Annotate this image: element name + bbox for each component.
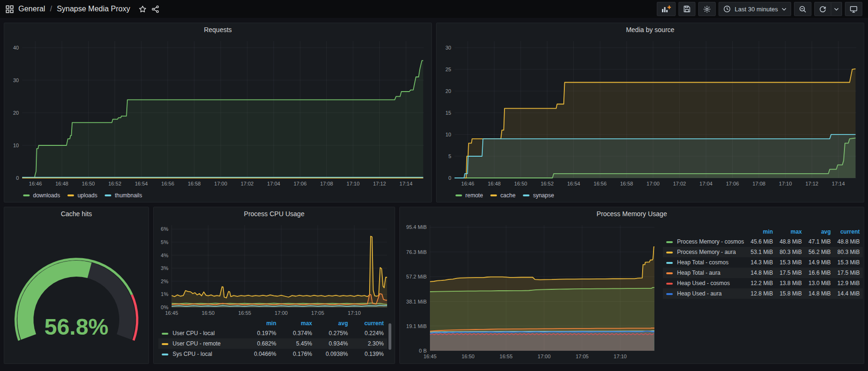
media-chart[interactable]: 16:4616:4816:5016:5216:5416:5616:5817:00… (440, 36, 860, 188)
panel-title[interactable]: Cache hits (4, 207, 149, 220)
series-color-swatch (666, 272, 673, 274)
legend-row[interactable]: Process Memory - aura53.1 MiB80.3 MiB56.… (663, 247, 863, 257)
save-dashboard-button[interactable] (678, 2, 695, 16)
svg-text:0: 0 (16, 175, 19, 181)
cache-hits-gauge[interactable]: 56.8% (4, 220, 149, 362)
legend-col-max[interactable]: max (776, 227, 805, 236)
cycle-view-mode-button[interactable] (845, 2, 862, 16)
legend-row[interactable]: User CPU - remote0.682%5.45%0.934%2.30% (158, 338, 387, 349)
dashboard-title[interactable]: Synapse Media Proxy (57, 5, 130, 13)
svg-text:16:48: 16:48 (55, 181, 68, 186)
svg-text:17:12: 17:12 (373, 181, 386, 186)
svg-text:16:50: 16:50 (202, 310, 215, 316)
timeseries-svg[interactable]: 16:4516:5016:5517:0017:0517:100 B19.1 Mi… (404, 220, 658, 361)
svg-text:17:12: 17:12 (805, 181, 818, 186)
series-name: Process Memory - aura (677, 249, 736, 255)
requests-chart[interactable]: 16:4616:4816:5016:5216:5416:5616:5817:00… (8, 36, 428, 188)
refresh-button[interactable] (814, 2, 831, 16)
legend-value: 17.5 MiB (776, 268, 805, 278)
legend-item[interactable]: thumbnails (105, 192, 142, 199)
chevron-down-icon (834, 8, 839, 11)
cpu-legend-table: minmaxavgcurrentUser CPU - local0.197%0.… (158, 319, 387, 359)
breadcrumb-folder[interactable]: General (18, 5, 45, 13)
svg-text:25: 25 (446, 67, 451, 72)
panel-title[interactable]: Media by source (437, 23, 864, 36)
legend-row[interactable]: Heap Used - cosmos12.2 MiB13.8 MiB13.0 M… (663, 278, 863, 288)
refresh-interval-dropdown[interactable] (831, 2, 842, 16)
legend-item[interactable]: synapse (523, 192, 554, 199)
svg-text:16:45: 16:45 (165, 310, 178, 316)
svg-text:16:52: 16:52 (108, 181, 122, 186)
svg-text:17:10: 17:10 (348, 310, 361, 316)
svg-text:20: 20 (13, 110, 19, 116)
legend-value: 0.374% (280, 328, 315, 338)
panel-title[interactable]: Requests (4, 23, 431, 36)
series-name: downloads (33, 192, 60, 199)
share-icon[interactable] (151, 5, 159, 13)
svg-text:17:14: 17:14 (832, 181, 845, 186)
svg-text:40: 40 (13, 45, 19, 51)
svg-text:17:08: 17:08 (752, 181, 766, 186)
legend-scrollbar[interactable] (389, 323, 391, 350)
time-range-picker[interactable]: Last 30 minutes (719, 2, 791, 16)
series-name: Sys CPU - local (173, 351, 212, 357)
legend-col-current[interactable]: current (834, 227, 863, 236)
svg-text:2%: 2% (161, 278, 168, 284)
clock-icon (723, 5, 731, 13)
legend-value: 56.2 MiB (805, 247, 834, 257)
legend-col-max[interactable]: max (280, 319, 315, 328)
gauge-value: 56.8% (44, 314, 108, 339)
chevron-down-icon (782, 8, 786, 11)
legend-value: 14.8 MiB (747, 268, 776, 278)
breadcrumb: General / Synapse Media Proxy (6, 5, 159, 13)
legend-value: 80.3 MiB (834, 247, 863, 257)
timeseries-svg[interactable]: 16:4616:4816:5016:5216:5416:5616:5817:00… (8, 36, 428, 188)
legend-col-min[interactable]: min (747, 227, 776, 236)
svg-text:16:50: 16:50 (82, 181, 95, 186)
zoom-out-time-button[interactable] (794, 2, 811, 16)
svg-text:17:04: 17:04 (267, 181, 281, 186)
legend-row[interactable]: Process Memory - cosmos45.6 MiB48.8 MiB4… (663, 236, 863, 247)
legend-value: 14.8 MiB (805, 288, 834, 299)
legend-value: 15.3 MiB (776, 257, 805, 268)
legend-value: 13.8 MiB (776, 278, 805, 288)
panel-requests: Requests 16:4616:4816:5016:5216:5416:561… (4, 23, 432, 202)
series-name: cache (500, 192, 515, 199)
panel-title[interactable]: Process CPU Usage (154, 207, 395, 220)
legend-row[interactable]: Heap Total - cosmos14.3 MiB15.3 MiB14.9 … (663, 257, 863, 268)
grafana-dashboard: General / Synapse Media Proxy Last 30 m (0, 0, 868, 371)
legend-item[interactable]: uploads (67, 192, 97, 199)
cpu-chart[interactable]: 16:4516:5016:5517:0017:0517:100%1%2%3%4%… (157, 220, 391, 318)
legend-item[interactable]: cache (490, 192, 515, 199)
timeseries-svg[interactable]: 16:4616:4816:5016:5216:5416:5616:5817:00… (440, 36, 860, 188)
legend-row[interactable]: User CPU - local0.197%0.374%0.275%0.224% (158, 328, 387, 338)
timeseries-svg[interactable]: 16:4516:5016:5517:0017:0517:100%1%2%3%4%… (157, 220, 391, 318)
legend-col-min[interactable]: min (244, 319, 280, 328)
series-name: uploads (77, 192, 97, 199)
add-panel-button[interactable] (657, 2, 676, 16)
panel-title[interactable]: Process Memory Usage (400, 207, 864, 220)
memory-chart[interactable]: 16:4516:5016:5517:0017:0517:100 B19.1 Mi… (404, 220, 658, 361)
svg-text:16:54: 16:54 (567, 181, 580, 186)
legend-row[interactable]: Sys CPU - local0.0466%0.176%0.0938%0.139… (158, 349, 387, 359)
gauge-svg[interactable]: 56.8% (4, 220, 149, 362)
svg-text:16:45: 16:45 (423, 354, 437, 359)
legend-row[interactable]: Heap Used - aura12.8 MiB15.8 MiB14.8 MiB… (663, 288, 863, 299)
legend-value: 0.934% (315, 338, 351, 349)
svg-text:20: 20 (446, 88, 451, 94)
dashboard-settings-button[interactable] (698, 2, 716, 16)
legend-col-avg[interactable]: avg (805, 227, 834, 236)
toolbar: Last 30 minutes (657, 2, 862, 16)
legend-col-current[interactable]: current (351, 319, 387, 328)
series-name: Heap Used - cosmos (677, 280, 730, 287)
legend-value: 14.9 MiB (805, 257, 834, 268)
dashboards-grid-icon[interactable] (6, 5, 14, 13)
legend-item[interactable]: downloads (23, 192, 60, 199)
legend-row[interactable]: Heap Total - aura14.8 MiB17.5 MiB16.6 Mi… (663, 268, 863, 278)
svg-text:15: 15 (446, 110, 451, 116)
legend-col-avg[interactable]: avg (315, 319, 351, 328)
star-icon[interactable] (139, 5, 147, 13)
legend-value: 45.6 MiB (747, 236, 776, 247)
legend-item[interactable]: remote (455, 192, 483, 199)
svg-text:17:10: 17:10 (347, 181, 360, 186)
